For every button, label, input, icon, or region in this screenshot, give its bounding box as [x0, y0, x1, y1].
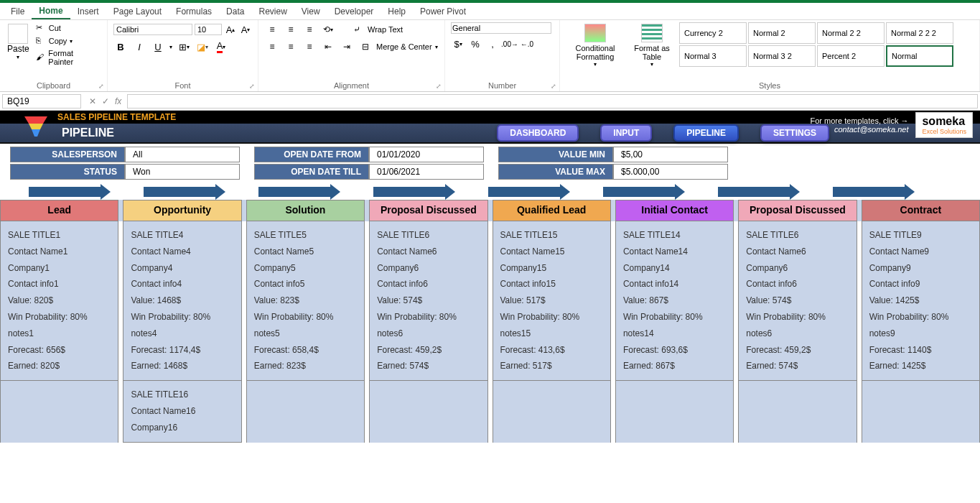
align-middle-button[interactable]: ≡	[283, 22, 299, 37]
font-name-select[interactable]	[113, 24, 192, 35]
cell-style-4[interactable]: Normal 3	[679, 45, 747, 67]
filter-label: OPEN DATE FROM	[254, 147, 369, 162]
pipeline-card[interactable]: SALE TITLE5Contact Name5Company5Contact …	[247, 221, 364, 381]
format-painter-button[interactable]: 🖌Format Painter	[34, 48, 101, 67]
align-top-button[interactable]: ≡	[264, 22, 280, 37]
stage-arrows	[0, 184, 980, 200]
pipeline-card[interactable]: SALE TITLE6Contact Name6Company6Contact …	[739, 221, 856, 381]
decrease-decimal-button[interactable]: ←.0	[520, 37, 534, 51]
menu-view[interactable]: View	[294, 4, 327, 19]
nav-dashboard[interactable]: DASHBOARD	[497, 124, 579, 142]
format-as-table-button[interactable]: Format as Table▾	[626, 22, 678, 74]
filter-label: STATUS	[10, 164, 125, 180]
increase-font-button[interactable]: A▴	[224, 22, 237, 37]
stage-arrow	[718, 187, 790, 197]
borders-button[interactable]: ⊞▾	[177, 40, 191, 54]
underline-button[interactable]: U	[151, 40, 165, 54]
pipeline-card[interactable]: SALE TITLE16Contact Name16Company16	[123, 381, 241, 442]
stage-header[interactable]: Lead	[0, 200, 118, 221]
font-color-button[interactable]: A▾	[214, 40, 228, 54]
menu-formulas[interactable]: Formulas	[169, 4, 219, 19]
menu-review[interactable]: Review	[251, 4, 294, 19]
pipeline-card[interactable]: SALE TITLE15Contact Name15Company15Conta…	[493, 221, 610, 381]
filter-value[interactable]: $5.000,00	[613, 164, 728, 180]
merge-button[interactable]: ⊟	[358, 40, 373, 54]
number-format-select[interactable]	[451, 22, 551, 34]
pipeline-card[interactable]: SALE TITLE9Contact Name9Company9Contact …	[862, 221, 979, 381]
ribbon-alignment: ≡ ≡ ≡ ⟲▾ ⤶ Wrap Text ≡ ≡ ≡ ⇤ ⇥ ⊟ Merge &…	[258, 20, 445, 91]
paste-label: Paste	[7, 44, 29, 54]
menu-page-layout[interactable]: Page Layout	[106, 4, 169, 19]
menu-data[interactable]: Data	[219, 4, 251, 19]
more-templates-link[interactable]: For more templates, click →	[811, 116, 909, 125]
stage-header[interactable]: Proposal Discussed	[738, 200, 857, 221]
filter-value[interactable]: $5,00	[613, 147, 728, 162]
stage-header[interactable]: Qualified Lead	[493, 200, 611, 221]
nav-input[interactable]: INPUT	[600, 124, 652, 142]
filter-label: VALUE MAX	[498, 164, 613, 180]
name-box[interactable]	[2, 94, 81, 109]
stage-header[interactable]: Initial Contact	[615, 200, 734, 221]
pipeline-card[interactable]: SALE TITLE14Contact Name14Company14Conta…	[616, 221, 733, 381]
menu-developer[interactable]: Developer	[327, 4, 381, 19]
italic-button[interactable]: I	[132, 40, 146, 54]
stage-header[interactable]: Proposal Discussed	[369, 200, 487, 221]
decrease-indent-button[interactable]: ⇤	[320, 40, 336, 54]
comma-button[interactable]: ,	[485, 37, 500, 51]
align-bottom-button[interactable]: ≡	[302, 22, 317, 37]
cut-button[interactable]: ✂Cut	[34, 22, 101, 34]
filter-value[interactable]: 01/01/2020	[369, 147, 484, 162]
table-icon	[641, 24, 663, 42]
conditional-formatting-button[interactable]: Conditional Formatting▾	[566, 22, 625, 74]
increase-decimal-button[interactable]: .00→	[503, 37, 517, 51]
clipboard-launcher[interactable]: ⤢	[98, 83, 104, 90]
font-size-select[interactable]	[195, 24, 222, 35]
pipeline-card[interactable]: SALE TITLE6Contact Name6Company6Contact …	[370, 221, 487, 381]
formula-bar[interactable]	[127, 94, 978, 109]
number-launcher[interactable]: ⤢	[551, 83, 556, 90]
increase-indent-button[interactable]: ⇥	[339, 40, 355, 54]
stage-header[interactable]: Opportunity	[123, 200, 241, 221]
align-left-button[interactable]: ≡	[264, 40, 280, 54]
bold-button[interactable]: B	[113, 40, 128, 54]
alignment-launcher[interactable]: ⤢	[436, 83, 442, 90]
menu-file[interactable]: File	[4, 4, 32, 19]
enter-formula-button[interactable]: ✓	[102, 96, 109, 106]
menu-power-pivot[interactable]: Power Pivot	[413, 4, 473, 19]
menu-insert[interactable]: Insert	[70, 4, 106, 19]
percent-button[interactable]: %	[468, 37, 482, 51]
menu-home[interactable]: Home	[32, 4, 70, 19]
filter-value[interactable]: 01/06/2021	[369, 164, 484, 180]
cell-style-3[interactable]: Normal 2 2 2	[886, 22, 953, 44]
filter-label: VALUE MIN	[498, 147, 613, 162]
pipeline-card[interactable]: SALE TITLE1Contact Name1Company1Contact …	[1, 221, 118, 381]
menu-help[interactable]: Help	[381, 4, 413, 19]
orientation-button[interactable]: ⟲▾	[320, 22, 336, 37]
paste-button[interactable]: Paste▾	[6, 22, 31, 67]
filter-label: SALESPERSON	[10, 147, 125, 162]
stage-header[interactable]: Contract	[862, 200, 980, 221]
decrease-font-button[interactable]: A▾	[239, 22, 252, 37]
stage-arrow	[488, 187, 560, 197]
filter-value[interactable]: Won	[125, 164, 240, 180]
fx-button[interactable]: fx	[115, 96, 121, 106]
cell-style-1[interactable]: Normal 2	[748, 22, 816, 44]
cancel-formula-button[interactable]: ✕	[89, 96, 96, 106]
cell-style-7[interactable]: Normal	[886, 45, 953, 67]
wrap-text-button[interactable]: ⤶	[349, 22, 365, 37]
cell-style-5[interactable]: Normal 3 2	[748, 45, 816, 67]
nav-pipeline[interactable]: PIPELINE	[673, 124, 739, 142]
brush-icon: 🖌	[36, 52, 46, 63]
font-launcher[interactable]: ⤢	[249, 83, 255, 90]
copy-button[interactable]: ⎘Copy ▾	[34, 35, 101, 47]
cell-style-0[interactable]: Currency 2	[679, 22, 747, 44]
cell-style-6[interactable]: Percent 2	[817, 45, 885, 67]
pipeline-card[interactable]: SALE TITLE4Contact Name4Company4Contact …	[123, 221, 241, 381]
cell-style-2[interactable]: Normal 2 2	[817, 22, 885, 44]
align-center-button[interactable]: ≡	[283, 40, 299, 54]
stage-header[interactable]: Solution	[246, 200, 365, 221]
currency-button[interactable]: $▾	[451, 37, 465, 51]
fill-color-button[interactable]: ◪▾	[195, 40, 210, 54]
align-right-button[interactable]: ≡	[302, 40, 317, 54]
filter-value[interactable]: All	[125, 147, 240, 162]
